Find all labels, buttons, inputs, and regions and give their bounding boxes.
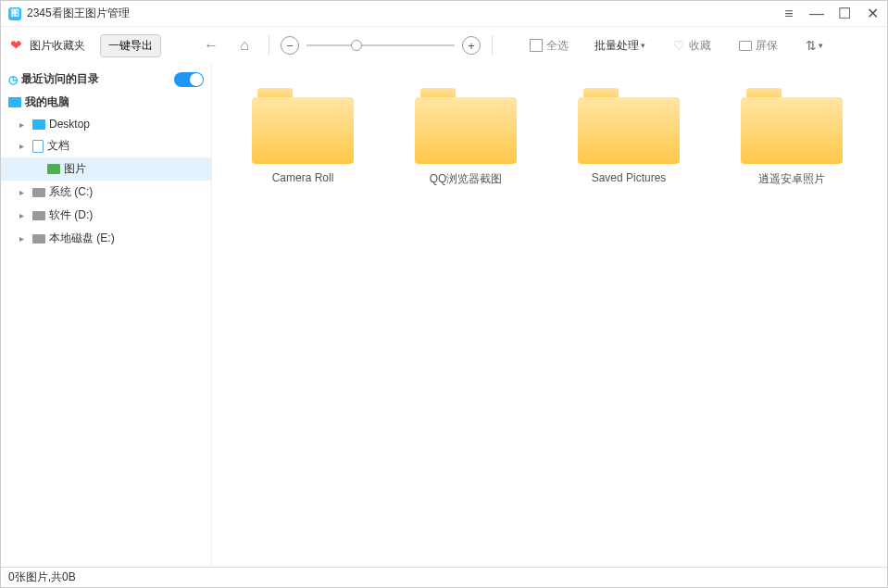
back-button[interactable]: ←: [198, 32, 224, 58]
folder-item[interactable]: Saved Pictures: [547, 82, 710, 193]
heart-icon: ❤: [10, 37, 22, 54]
up-button[interactable]: ⌂: [231, 32, 257, 58]
status-text: 0张图片,共0B: [8, 569, 76, 585]
disk-icon: [32, 188, 45, 197]
sidebar-item[interactable]: 图片: [1, 157, 211, 181]
checkbox-icon: [530, 39, 543, 52]
sidebar-item[interactable]: ▸本地磁盘 (E:): [1, 227, 211, 250]
chevron-right-icon: ▸: [19, 187, 29, 197]
document-icon: [32, 140, 44, 153]
chevron-right-icon: ▸: [19, 233, 29, 244]
sidebar-item-label: 图片: [64, 161, 86, 177]
chevron-down-icon: ▾: [641, 41, 645, 50]
sidebar-item-label: 系统 (C:): [49, 184, 93, 200]
content-grid: Camera RollQQ浏览器截图Saved Pictures逍遥安卓照片: [212, 64, 887, 567]
minimize-button[interactable]: —: [809, 6, 824, 21]
folder-item[interactable]: Camera Roll: [221, 82, 384, 193]
chevron-right-icon: ▸: [19, 141, 29, 151]
zoom-in-button[interactable]: +: [462, 36, 481, 55]
sidebar: ◷ 最近访问的目录 我的电脑 ▸Desktop▸文档图片▸系统 (C:)▸软件 …: [1, 64, 212, 567]
recent-label: 最近访问的目录: [21, 71, 99, 87]
folder-icon: [415, 88, 517, 164]
monitor-icon: [8, 97, 21, 107]
zoom-track[interactable]: [306, 44, 455, 46]
zoom-out-button[interactable]: −: [281, 36, 299, 55]
folder-icon: [741, 88, 843, 164]
screensaver-action[interactable]: 屏保: [739, 38, 778, 54]
menu-icon[interactable]: ≡: [782, 6, 796, 21]
photo-icon: [47, 164, 60, 174]
monitor-icon: [32, 119, 45, 130]
sort-icon: ⇅: [806, 38, 817, 53]
window-controls: ≡ — ☐ ✕: [782, 6, 880, 21]
folder-item[interactable]: QQ浏览器截图: [384, 82, 547, 193]
sidebar-computer[interactable]: 我的电脑: [1, 91, 211, 114]
main-area: ◷ 最近访问的目录 我的电脑 ▸Desktop▸文档图片▸系统 (C:)▸软件 …: [1, 64, 887, 567]
select-all-checkbox[interactable]: 全选: [530, 38, 569, 54]
screensaver-label: 屏保: [756, 38, 778, 54]
chevron-right-icon: ▸: [19, 119, 29, 130]
favorite-label: 收藏: [689, 38, 711, 54]
folder-icon: [578, 88, 680, 164]
folder-icon: [252, 88, 354, 164]
batch-dropdown[interactable]: 批量处理 ▾: [594, 38, 645, 54]
divider: [269, 35, 269, 56]
divider: [492, 35, 493, 56]
computer-label: 我的电脑: [25, 94, 69, 110]
zoom-slider: − +: [281, 36, 481, 55]
export-button[interactable]: 一键导出: [100, 34, 161, 57]
screensaver-icon: [739, 41, 752, 51]
sidebar-item[interactable]: ▸文档: [1, 134, 211, 157]
folder-item[interactable]: 逍遥安卓照片: [710, 82, 873, 193]
toolbar: ❤ 图片收藏夹 一键导出 ← ⌂ − + 全选 批量处理 ▾ ♡ 收藏 屏保 ⇅…: [1, 27, 887, 64]
chevron-right-icon: ▸: [19, 210, 29, 220]
recent-toggle[interactable]: [174, 72, 204, 87]
folder-label: Camera Roll: [272, 171, 334, 184]
heart-outline-icon: ♡: [673, 38, 685, 53]
favorites-label[interactable]: 图片收藏夹: [30, 38, 85, 54]
sidebar-item-label: 本地磁盘 (E:): [49, 231, 115, 246]
favorite-action[interactable]: ♡ 收藏: [673, 38, 711, 54]
zoom-thumb[interactable]: [351, 40, 362, 51]
sidebar-item[interactable]: ▸系统 (C:): [1, 181, 211, 204]
sidebar-item-label: 文档: [47, 138, 69, 154]
app-logo-icon: 图: [8, 7, 21, 20]
statusbar: 0张图片,共0B: [1, 567, 887, 587]
sidebar-item-label: Desktop: [49, 118, 90, 131]
maximize-button[interactable]: ☐: [837, 6, 852, 21]
sort-dropdown[interactable]: ⇅ ▾: [806, 38, 823, 53]
sidebar-recent[interactable]: ◷ 最近访问的目录: [1, 68, 211, 91]
select-all-label: 全选: [546, 38, 569, 54]
folder-label: QQ浏览器截图: [430, 171, 503, 187]
clock-icon: ◷: [8, 73, 18, 86]
chevron-down-icon: ▾: [819, 41, 823, 50]
close-button[interactable]: ✕: [865, 6, 880, 21]
folder-label: Saved Pictures: [592, 171, 667, 184]
sidebar-item-label: 软件 (D:): [49, 207, 93, 223]
disk-icon: [32, 211, 45, 220]
sidebar-item[interactable]: ▸Desktop: [1, 114, 211, 134]
batch-label: 批量处理: [594, 38, 639, 54]
window-title: 2345看图王图片管理: [27, 6, 782, 21]
folder-label: 逍遥安卓照片: [758, 171, 825, 187]
sidebar-item[interactable]: ▸软件 (D:): [1, 204, 211, 227]
titlebar: 图 2345看图王图片管理 ≡ — ☐ ✕: [1, 1, 887, 27]
disk-icon: [32, 234, 45, 244]
